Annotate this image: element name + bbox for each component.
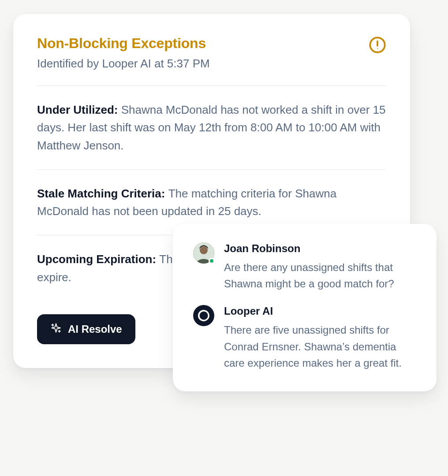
exception-label: Stale Matching Criteria: (37, 187, 168, 200)
presence-indicator-icon (209, 258, 215, 264)
ai-resolve-label: AI Resolve (68, 323, 122, 335)
svg-point-8 (200, 246, 208, 254)
divider (37, 169, 386, 170)
exceptions-title: Non-Blocking Exceptions (37, 35, 210, 52)
exceptions-subtitle: Identified by Looper AI at 5:37 PM (37, 57, 210, 71)
chat-text: There are five unassigned shifts for Con… (224, 322, 416, 371)
sparkle-icon (50, 322, 62, 336)
avatar (193, 242, 214, 264)
chat-text: Are there any unassigned shifts that Sha… (224, 259, 416, 292)
chat-body: Joan Robinson Are there any unassigned s… (224, 242, 416, 292)
chat-author: Looper AI (224, 305, 416, 317)
exception-item: Stale Matching Criteria: The matching cr… (37, 185, 386, 220)
chat-body: Looper AI There are five unassigned shif… (224, 305, 416, 371)
chat-message: Looper AI There are five unassigned shif… (193, 305, 416, 371)
chat-card: Joan Robinson Are there any unassigned s… (173, 224, 437, 391)
chat-message: Joan Robinson Are there any unassigned s… (193, 242, 416, 292)
exception-item: Under Utilized: Shawna McDonald has not … (37, 101, 386, 154)
divider (37, 86, 386, 86)
exceptions-header-text: Non-Blocking Exceptions Identified by Lo… (37, 35, 210, 71)
exception-label: Under Utilized: (37, 103, 121, 116)
exception-label: Upcoming Expiration: (37, 253, 159, 266)
warning-icon (369, 36, 386, 54)
exceptions-header: Non-Blocking Exceptions Identified by Lo… (37, 35, 386, 71)
ai-avatar-icon (193, 305, 214, 326)
chat-author: Joan Robinson (224, 242, 416, 255)
svg-point-2 (377, 48, 378, 49)
ai-resolve-button[interactable]: AI Resolve (37, 314, 135, 344)
